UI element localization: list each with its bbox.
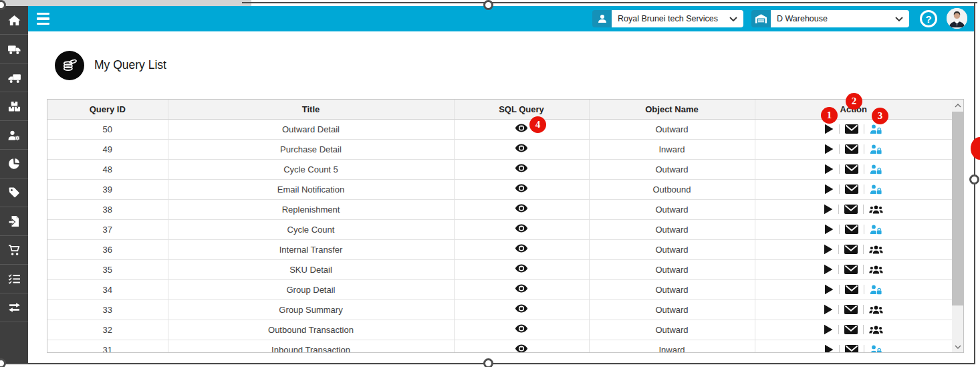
table-row: 34Group DetailOutward bbox=[47, 279, 952, 299]
email-query-button[interactable] bbox=[844, 225, 860, 234]
sidebar-item-shopping-cart[interactable] bbox=[0, 236, 28, 265]
user-lock-icon bbox=[870, 185, 882, 195]
email-query-button[interactable] bbox=[844, 164, 860, 174]
sql-query-cell bbox=[454, 340, 589, 353]
email-query-button[interactable] bbox=[843, 265, 859, 274]
email-query-button[interactable] bbox=[843, 205, 859, 214]
action-cell bbox=[755, 219, 952, 239]
email-query-button[interactable] bbox=[844, 124, 860, 134]
capture-top-strip bbox=[0, 0, 251, 6]
object-name-cell: Outward bbox=[589, 219, 755, 239]
run-query-button[interactable] bbox=[823, 224, 835, 235]
share-query-button[interactable] bbox=[868, 225, 884, 235]
capture-handle-bottom-middle[interactable] bbox=[483, 358, 493, 367]
action-separator bbox=[839, 225, 840, 234]
share-query-button[interactable] bbox=[868, 265, 884, 275]
view-sql-button[interactable] bbox=[513, 304, 529, 313]
play-icon bbox=[824, 344, 834, 353]
scroll-down-button[interactable] bbox=[952, 341, 963, 352]
email-query-button[interactable] bbox=[844, 185, 860, 194]
chevron-down-icon bbox=[895, 14, 903, 23]
share-query-button[interactable] bbox=[868, 205, 884, 215]
sidebar-item-home[interactable] bbox=[0, 6, 28, 35]
view-sql-button[interactable] bbox=[513, 284, 529, 293]
view-sql-button[interactable] bbox=[513, 144, 529, 152]
company-select[interactable]: Royal Brunei tech Services bbox=[612, 10, 743, 27]
share-query-button[interactable] bbox=[868, 345, 884, 354]
share-query-button[interactable] bbox=[868, 285, 884, 295]
run-query-button[interactable] bbox=[823, 344, 835, 353]
object-name-cell: Outbound bbox=[589, 179, 755, 199]
envelope-icon bbox=[845, 144, 858, 154]
email-query-button[interactable] bbox=[844, 144, 860, 154]
scrollbar-thumb[interactable] bbox=[952, 112, 963, 305]
user-lock-icon bbox=[870, 345, 882, 354]
email-query-button[interactable] bbox=[844, 345, 860, 353]
sidebar-item-tag[interactable] bbox=[0, 178, 28, 207]
sidebar-item-task-list[interactable] bbox=[0, 265, 28, 293]
title-cell: Purchase Detail bbox=[168, 139, 454, 159]
query-id-cell: 37 bbox=[47, 219, 168, 239]
help-button[interactable]: ? bbox=[920, 10, 937, 27]
run-query-button[interactable] bbox=[822, 264, 834, 275]
query-id-cell: 32 bbox=[47, 320, 168, 340]
sql-query-cell bbox=[454, 119, 589, 139]
email-query-button[interactable] bbox=[843, 325, 859, 334]
help-label: ? bbox=[925, 13, 931, 25]
view-sql-button[interactable] bbox=[513, 124, 529, 132]
column-header-query-id: Query ID bbox=[47, 100, 168, 119]
table-scrollbar[interactable] bbox=[952, 100, 963, 352]
title-cell: Email Notification bbox=[168, 179, 454, 199]
share-query-button[interactable] bbox=[868, 164, 884, 174]
share-query-button[interactable] bbox=[868, 245, 884, 255]
run-query-button[interactable] bbox=[823, 164, 835, 174]
email-query-button[interactable] bbox=[843, 305, 859, 314]
truck-inbound-icon bbox=[7, 72, 21, 84]
eye-icon bbox=[515, 344, 528, 353]
object-name-cell: Outward bbox=[589, 279, 755, 299]
share-query-button[interactable] bbox=[868, 185, 884, 195]
view-sql-button[interactable] bbox=[513, 224, 529, 233]
sidebar-item-pie-chart[interactable] bbox=[0, 150, 28, 178]
sidebar-item-truck-outbound[interactable] bbox=[0, 35, 28, 64]
users-group-icon bbox=[869, 305, 883, 315]
run-query-button[interactable] bbox=[822, 244, 834, 255]
sidebar-item-user-settings[interactable] bbox=[0, 121, 28, 150]
share-query-button[interactable] bbox=[868, 305, 884, 315]
action-cell bbox=[755, 320, 952, 340]
email-query-button[interactable] bbox=[843, 245, 859, 254]
warehouse-select[interactable]: D Warehouse bbox=[771, 10, 909, 27]
scroll-up-button[interactable] bbox=[952, 100, 963, 111]
view-sql-button[interactable] bbox=[513, 164, 529, 172]
share-query-button[interactable] bbox=[868, 144, 884, 154]
run-query-button[interactable] bbox=[823, 284, 835, 295]
view-sql-button[interactable] bbox=[513, 244, 529, 253]
title-cell: Cycle Count bbox=[168, 219, 454, 239]
action-separator bbox=[839, 345, 840, 353]
user-avatar[interactable] bbox=[947, 8, 967, 29]
company-select-value: Royal Brunei tech Services bbox=[618, 14, 718, 23]
run-query-button[interactable] bbox=[822, 204, 834, 215]
view-sql-button[interactable] bbox=[513, 184, 529, 193]
view-sql-button[interactable] bbox=[513, 324, 529, 333]
view-sql-button[interactable] bbox=[513, 204, 529, 213]
view-sql-button[interactable] bbox=[513, 344, 529, 353]
run-query-button[interactable] bbox=[822, 324, 834, 335]
share-query-button[interactable] bbox=[868, 325, 884, 335]
sidebar-item-truck-inbound[interactable] bbox=[0, 64, 28, 92]
menu-toggle-button[interactable] bbox=[37, 13, 50, 25]
view-sql-button[interactable] bbox=[513, 264, 529, 273]
sidebar-item-document-import[interactable] bbox=[0, 207, 28, 236]
sidebar-item-boxes[interactable] bbox=[0, 92, 28, 121]
capture-handle-top-middle[interactable] bbox=[483, 0, 493, 10]
sidebar-item-transfer[interactable] bbox=[0, 293, 28, 322]
capture-handle-right-middle[interactable] bbox=[969, 174, 979, 185]
warehouse-select-value: D Warehouse bbox=[777, 14, 828, 23]
email-query-button[interactable] bbox=[844, 285, 860, 294]
run-query-button[interactable] bbox=[823, 144, 835, 154]
share-query-button[interactable] bbox=[868, 124, 884, 134]
run-query-button[interactable] bbox=[823, 124, 835, 134]
run-query-button[interactable] bbox=[822, 304, 834, 315]
action-separator bbox=[864, 164, 864, 174]
run-query-button[interactable] bbox=[823, 184, 835, 195]
